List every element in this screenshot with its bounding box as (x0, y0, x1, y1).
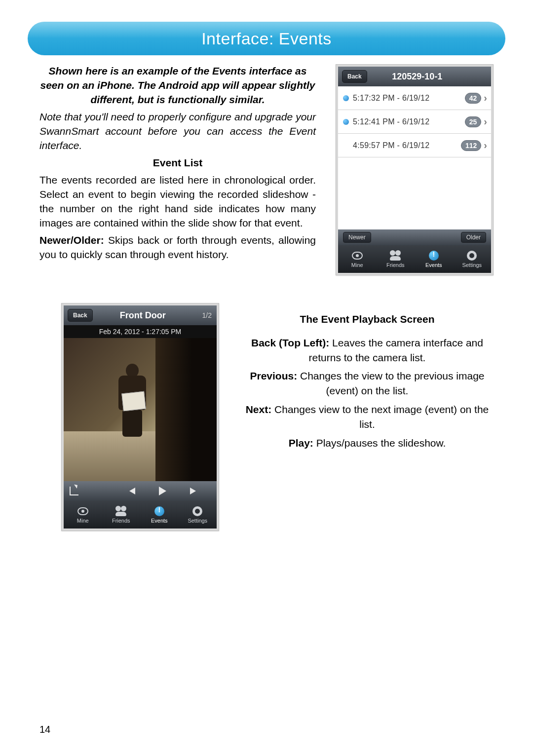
previous-button[interactable] (126, 488, 135, 494)
next-button[interactable] (190, 488, 199, 494)
page-number: 14 (39, 724, 50, 735)
gear-icon (191, 506, 203, 517)
event-list-navbar: Back 120529-10-1 (338, 67, 491, 86)
tab-friends[interactable]: Friends (377, 245, 415, 273)
older-button[interactable]: Older (461, 232, 486, 243)
alert-icon (153, 506, 165, 517)
share-icon[interactable] (70, 487, 78, 495)
event-row[interactable]: 5:17:32 PM - 6/19/12 42 › (338, 86, 491, 110)
event-count-badge: 25 (465, 116, 482, 127)
chevron-right-icon: › (484, 92, 487, 104)
event-time-label: 5:17:32 PM - 6/19/12 (353, 94, 465, 103)
event-list-title: 120529-10-1 (367, 72, 491, 82)
event-time-label: 5:12:41 PM - 6/19/12 (353, 117, 465, 126)
tab-bar: Mine Friends Events (64, 501, 217, 529)
page-header: Interface: Events (28, 22, 505, 55)
intro-italic: Note that you'll need to properly config… (39, 110, 316, 153)
pager-bar: Newer Older (338, 229, 491, 245)
event-list-heading: Event List (39, 156, 316, 170)
page-header-title: Interface: Events (201, 29, 332, 48)
tab-settings[interactable]: Settings (179, 501, 217, 529)
alert-icon (428, 250, 440, 261)
playback-phone: Back Front Door 1/2 Feb 24, 2012 - 1:27:… (61, 303, 219, 531)
unread-dot-icon (343, 119, 349, 125)
back-desc: Back (Top Left): Leaves the camera inter… (241, 336, 494, 365)
previous-desc: Previous: Changes the view to the previo… (241, 369, 494, 398)
playback-navbar: Back Front Door 1/2 (64, 305, 217, 325)
tab-bar: Mine Friends Events Settings (338, 245, 491, 273)
tab-events[interactable]: Events (415, 245, 453, 273)
event-row[interactable]: 4:59:57 PM - 6/19/12 112 › (338, 134, 491, 157)
tab-events[interactable]: Events (140, 501, 179, 529)
event-time-label: 4:59:57 PM - 6/19/12 (353, 141, 461, 150)
playback-title: Front Door (93, 310, 217, 321)
event-row[interactable]: 5:12:41 PM - 6/19/12 25 › (338, 110, 491, 134)
playback-image (64, 338, 217, 481)
play-desc: Play: Plays/pauses the slideshow. (241, 436, 494, 451)
newer-older-label: Newer/Older: (39, 234, 104, 246)
next-desc: Next: Changes view to the next image (ev… (241, 402, 494, 432)
page-counter: 1/2 (202, 311, 212, 319)
chevron-right-icon: › (484, 140, 487, 151)
unread-dot-icon (343, 95, 349, 101)
event-list: 5:17:32 PM - 6/19/12 42 › 5:12:41 PM - 6… (338, 86, 491, 229)
friends-icon (115, 506, 127, 517)
back-button[interactable]: Back (68, 309, 93, 322)
newer-older-desc: Newer/Older: Skips back or forth through… (39, 233, 316, 262)
playback-controls (64, 481, 217, 501)
back-button[interactable]: Back (342, 70, 367, 83)
friends-icon (389, 250, 401, 261)
eye-icon (351, 250, 363, 261)
event-count-badge: 42 (465, 93, 482, 104)
play-button[interactable] (159, 487, 166, 495)
event-list-desc: The events recorded are listed here in c… (39, 173, 316, 230)
chevron-right-icon: › (484, 116, 487, 127)
tab-friends[interactable]: Friends (102, 501, 141, 529)
playback-heading: The Event Playback Screen (241, 312, 494, 327)
tab-mine[interactable]: Mine (64, 501, 102, 529)
tab-mine[interactable]: Mine (338, 245, 377, 273)
eye-icon (77, 506, 89, 517)
tab-settings[interactable]: Settings (453, 245, 492, 273)
event-list-phone: Back 120529-10-1 5:17:32 PM - 6/19/12 42… (336, 64, 494, 275)
event-count-badge: 112 (461, 140, 481, 151)
newer-button[interactable]: Newer (343, 232, 371, 243)
gear-icon (466, 250, 478, 261)
timestamp-bar: Feb 24, 2012 - 1:27:05 PM (64, 325, 217, 338)
intro-bold: Shown here is an example of the Events i… (39, 64, 316, 107)
